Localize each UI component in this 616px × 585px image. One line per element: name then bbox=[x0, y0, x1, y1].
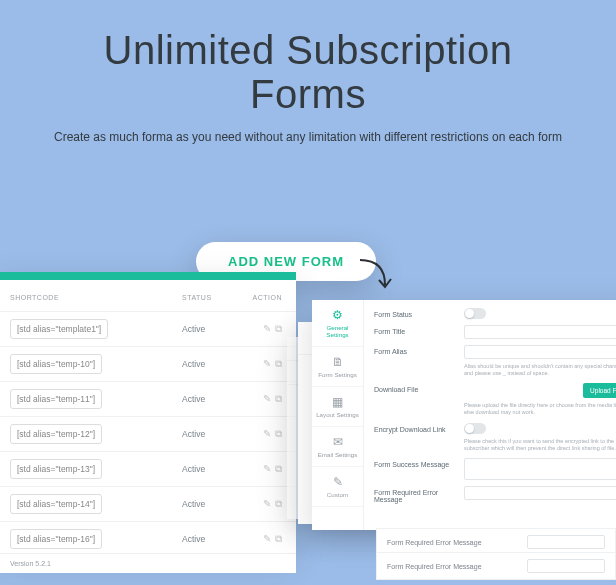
copy-icon[interactable]: ⧉ bbox=[275, 428, 282, 440]
tab-form-label: Form Settings bbox=[318, 371, 357, 378]
required-err-input[interactable] bbox=[464, 486, 616, 500]
edit-icon[interactable]: ✎ bbox=[263, 533, 271, 545]
status-value: Active bbox=[182, 429, 242, 439]
settings-form-body: Form Status Form Title Form Alias Alias … bbox=[364, 300, 616, 530]
table-row: [std alias="template1"]Active✎⧉ bbox=[0, 312, 296, 347]
mail-icon: ✉ bbox=[316, 435, 359, 449]
edit-icon[interactable]: ✎ bbox=[263, 358, 271, 370]
hero-section: Unlimited Subscription Forms Create as m… bbox=[0, 0, 616, 156]
version-label: Version 5.2.1 bbox=[0, 553, 296, 573]
tab-form[interactable]: 🗎 Form Settings bbox=[312, 347, 363, 387]
tab-general-label: General Settings bbox=[326, 324, 348, 338]
doc-icon: 🗎 bbox=[316, 355, 359, 369]
tab-email[interactable]: ✉ Email Settings bbox=[312, 427, 363, 467]
list-header: SHORTCODE STATUS ACTION bbox=[0, 280, 296, 312]
settings-card-front: ⚙ General Settings 🗎 Form Settings ▦ Lay… bbox=[312, 300, 616, 530]
footer-label-1: Form Required Error Message bbox=[387, 539, 517, 546]
table-row: [std alias="temp-12"]Active✎⧉ bbox=[0, 417, 296, 452]
hero-title: Unlimited Subscription Forms bbox=[20, 28, 596, 116]
shortcode-value[interactable]: [std alias="temp-13"] bbox=[10, 459, 102, 479]
shortcode-value[interactable]: [std alias="temp-12"] bbox=[10, 424, 102, 444]
upload-file-button[interactable]: Upload File bbox=[583, 383, 616, 398]
forms-list-card: SHORTCODE STATUS ACTION [std alias="temp… bbox=[0, 272, 296, 557]
shortcode-value[interactable]: [std alias="temp-16"] bbox=[10, 529, 102, 549]
col-shortcode: SHORTCODE bbox=[10, 294, 182, 301]
status-value: Active bbox=[182, 394, 242, 404]
shortcode-value[interactable]: [std alias="temp-11"] bbox=[10, 389, 102, 409]
edit-icon[interactable]: ✎ bbox=[263, 428, 271, 440]
tab-layout-label: Layout Settings bbox=[316, 411, 359, 418]
tab-email-label: Email Settings bbox=[318, 451, 358, 458]
status-value: Active bbox=[182, 464, 242, 474]
edit-icon[interactable]: ✎ bbox=[263, 393, 271, 405]
shortcode-value[interactable]: [std alias="template1"] bbox=[10, 319, 108, 339]
arrow-icon bbox=[355, 255, 395, 295]
copy-icon[interactable]: ⧉ bbox=[275, 358, 282, 370]
edit-icon[interactable]: ✎ bbox=[263, 463, 271, 475]
gear-icon: ⚙ bbox=[316, 308, 359, 322]
success-msg-input[interactable] bbox=[464, 458, 616, 480]
encrypt-hint: Please check this if you want to send th… bbox=[464, 438, 616, 452]
status-value: Active bbox=[182, 359, 242, 369]
copy-icon[interactable]: ⧉ bbox=[275, 463, 282, 475]
label-encrypt: Encrypt Download Link bbox=[374, 423, 456, 433]
label-form-alias: Form Alias bbox=[374, 345, 456, 355]
copy-icon[interactable]: ⧉ bbox=[275, 498, 282, 510]
tab-custom[interactable]: ✎ Custom bbox=[312, 467, 363, 507]
pencil-icon: ✎ bbox=[316, 475, 359, 489]
form-title-input[interactable] bbox=[464, 325, 616, 339]
tab-custom-label: Custom bbox=[327, 491, 348, 498]
label-form-status: Form Status bbox=[374, 308, 456, 318]
shortcode-value[interactable]: [std alias="temp-14"] bbox=[10, 494, 102, 514]
hero-title-line1: Unlimited Subscription bbox=[104, 28, 513, 72]
status-value: Active bbox=[182, 499, 242, 509]
form-alias-input[interactable] bbox=[464, 345, 616, 359]
footer-input-1[interactable] bbox=[527, 535, 605, 549]
download-hint: Please upload the file directly here or … bbox=[464, 402, 616, 416]
footer-input-2[interactable] bbox=[527, 559, 605, 573]
table-row: [std alias="temp-11"]Active✎⧉ bbox=[0, 382, 296, 417]
footer-strip-2: Form Required Error Message bbox=[376, 552, 616, 580]
settings-sidebar: ⚙ General Settings 🗎 Form Settings ▦ Lay… bbox=[312, 300, 364, 530]
table-row: [std alias="temp-10"]Active✎⧉ bbox=[0, 347, 296, 382]
hero-title-line2: Forms bbox=[250, 72, 366, 116]
table-row: [std alias="temp-13"]Active✎⧉ bbox=[0, 452, 296, 487]
encrypt-toggle[interactable] bbox=[464, 423, 486, 434]
alias-hint: Alias should be unique and shouldn't con… bbox=[464, 363, 616, 377]
label-required-err: Form Required Error Message bbox=[374, 486, 456, 503]
label-download-file: Download File bbox=[374, 383, 456, 393]
col-action: ACTION bbox=[242, 294, 282, 301]
copy-icon[interactable]: ⧉ bbox=[275, 533, 282, 545]
copy-icon[interactable]: ⧉ bbox=[275, 393, 282, 405]
label-success-msg: Form Success Message bbox=[374, 458, 456, 468]
edit-icon[interactable]: ✎ bbox=[263, 498, 271, 510]
tab-general[interactable]: ⚙ General Settings bbox=[312, 300, 363, 347]
list-accent-bar bbox=[0, 272, 296, 280]
label-form-title: Form Title bbox=[374, 325, 456, 335]
tab-layout[interactable]: ▦ Layout Settings bbox=[312, 387, 363, 427]
edit-icon[interactable]: ✎ bbox=[263, 323, 271, 335]
hero-subtitle: Create as much forma as you need without… bbox=[20, 128, 596, 146]
copy-icon[interactable]: ⧉ bbox=[275, 323, 282, 335]
form-status-toggle[interactable] bbox=[464, 308, 486, 319]
col-status: STATUS bbox=[182, 294, 242, 301]
status-value: Active bbox=[182, 534, 242, 544]
status-value: Active bbox=[182, 324, 242, 334]
footer-label-2: Form Required Error Message bbox=[387, 563, 517, 570]
layout-icon: ▦ bbox=[316, 395, 359, 409]
shortcode-value[interactable]: [std alias="temp-10"] bbox=[10, 354, 102, 374]
table-row: [std alias="temp-16"]Active✎⧉ bbox=[0, 522, 296, 557]
table-row: [std alias="temp-14"]Active✎⧉ bbox=[0, 487, 296, 522]
